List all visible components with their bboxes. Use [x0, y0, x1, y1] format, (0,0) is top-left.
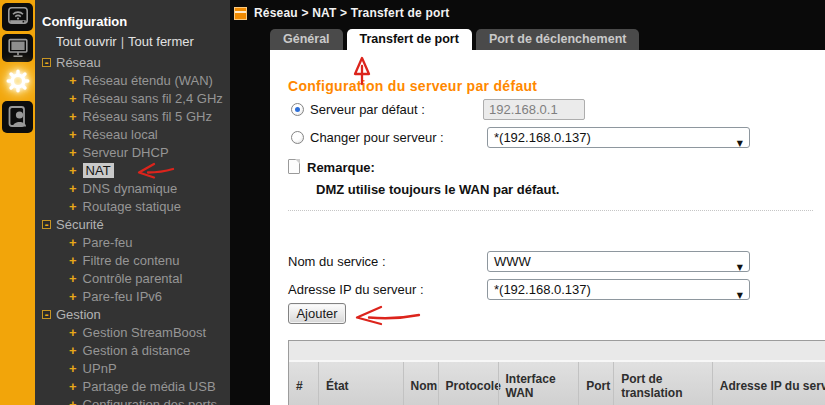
collapse-all-link[interactable]: Tout fermer	[128, 34, 194, 49]
col-protocole: Protocole	[438, 362, 498, 405]
col-nom: Nom	[403, 362, 438, 405]
change-server-label: Changer pour serveur :	[310, 127, 444, 148]
plus-icon	[69, 109, 77, 124]
sidebar-item-reseau-local[interactable]: Réseau local	[42, 126, 230, 144]
sidebar-item-pare-feu-ipv6[interactable]: Pare-feu IPv6	[42, 288, 230, 306]
plus-icon	[69, 361, 77, 376]
server-ip-select[interactable]: *(192.168.0.137)	[487, 279, 750, 300]
tab-general[interactable]: Général	[270, 29, 343, 50]
sidebar-item-reseau-sans-fil-5[interactable]: Réseau sans fil 5 GHz	[42, 108, 230, 126]
service-name-select[interactable]: WWW	[487, 251, 750, 272]
icon-rail	[0, 0, 35, 405]
sidebar-item-partage-media-usb[interactable]: Partage de média USB	[42, 378, 230, 396]
plus-icon	[69, 199, 77, 214]
col-interface-wan: Interface WAN	[498, 362, 579, 405]
add-button[interactable]: Ajouter	[288, 303, 346, 324]
change-server-value: *(192.168.0.137)	[494, 130, 591, 145]
wifi-router-icon[interactable]	[2, 3, 33, 31]
sidebar-item-upnp[interactable]: UPnP	[42, 360, 230, 378]
sidebar-item-serveur-dhcp[interactable]: Serveur DHCP	[42, 144, 230, 162]
collapse-icon[interactable]	[42, 58, 51, 67]
server-ip-value: *(192.168.0.137)	[494, 282, 591, 297]
tab-port-de-declenchement[interactable]: Port de déclenchement	[476, 29, 640, 50]
plus-icon	[69, 253, 77, 268]
collapse-icon[interactable]	[42, 310, 51, 319]
sidebar-group-reseau[interactable]: Réseau	[42, 54, 230, 72]
sidebar-group-label[interactable]: Réseau	[56, 55, 101, 70]
col-number: #	[289, 362, 318, 405]
sidebar-expand-collapse: Tout ouvrir|Tout fermer	[42, 34, 230, 54]
plus-icon	[69, 91, 77, 106]
change-server-select[interactable]: *(192.168.0.137)	[487, 127, 750, 148]
sidebar-item-gestion-streamboost[interactable]: Gestion StreamBoost	[42, 324, 230, 342]
service-name-label: Nom du service :	[288, 251, 386, 272]
col-port-de-translation: Port de translation	[613, 362, 712, 405]
sidebar-group-gestion[interactable]: Gestion	[42, 306, 230, 324]
sidebar-group-label[interactable]: Gestion	[56, 307, 101, 322]
plus-icon	[69, 343, 77, 358]
sidebar-title: Configuration	[42, 14, 230, 34]
table-header-row: # État Nom Protocole Interface WAN Port …	[289, 362, 825, 405]
sidebar-group-label[interactable]: Sécurité	[56, 217, 104, 232]
note-title: Remarque:	[307, 160, 375, 175]
section-heading: Configuration du serveur par défaut	[288, 78, 537, 94]
selected-item-nat[interactable]: NAT	[83, 163, 114, 178]
table-toolbar-band	[289, 341, 825, 362]
note-page-icon	[288, 159, 300, 174]
sidebar-item-reseau-etendu-wan[interactable]: Réseau étendu (WAN)	[42, 72, 230, 90]
sidebar-item-dns-dynamique[interactable]: DNS dynamique	[42, 180, 230, 198]
change-server-radio[interactable]	[291, 131, 304, 144]
plus-icon	[69, 325, 77, 340]
nat-tabs: Général Transfert de port Port de déclen…	[270, 29, 643, 50]
plus-icon	[69, 271, 77, 286]
tab-transfert-de-port[interactable]: Transfert de port	[347, 29, 472, 50]
plus-icon	[69, 289, 77, 304]
user-icon[interactable]	[2, 101, 33, 133]
server-ip-label: Adresse IP du serveur :	[288, 279, 424, 300]
dotted-divider	[288, 210, 813, 211]
sidebar-item-reseau-sans-fil-24[interactable]: Réseau sans fil 2,4 GHz	[42, 90, 230, 108]
plus-icon	[69, 181, 77, 196]
col-adresse-ip-du-serveur: Adresse IP du serveur	[712, 362, 825, 405]
breadcrumb: Réseau > NAT > Transfert de port	[254, 6, 450, 20]
window-icon	[234, 7, 247, 20]
link-separator: |	[117, 34, 128, 49]
sidebar-item-configuration-des-ports[interactable]: Configuration des ports	[42, 396, 230, 405]
service-name-value: WWW	[494, 254, 531, 269]
breadcrumb-bar: Réseau > NAT > Transfert de port	[230, 0, 825, 26]
plus-icon	[69, 73, 77, 88]
sidebar-item-controle-parental[interactable]: Contrôle parental	[42, 270, 230, 288]
plus-icon	[69, 145, 77, 160]
sidebar-group-securite[interactable]: Sécurité	[42, 216, 230, 234]
monitor-icon[interactable]	[2, 34, 33, 62]
collapse-icon[interactable]	[42, 220, 51, 229]
config-sidebar: Configuration Tout ouvrir|Tout fermer Ré…	[35, 0, 230, 405]
plus-icon	[69, 397, 77, 405]
note-text: DMZ utilise toujours le WAN par défaut.	[316, 182, 559, 197]
expand-all-link[interactable]: Tout ouvrir	[56, 34, 117, 49]
default-server-radio[interactable]	[291, 103, 304, 116]
plus-icon	[69, 127, 77, 142]
sidebar-item-gestion-a-distance[interactable]: Gestion à distance	[42, 342, 230, 360]
gear-icon[interactable]	[2, 63, 33, 99]
sidebar-item-nat[interactable]: NAT	[42, 162, 230, 180]
col-etat: État	[318, 362, 403, 405]
sidebar-item-pare-feu[interactable]: Pare-feu	[42, 234, 230, 252]
router-admin-page: Configuration Tout ouvrir|Tout fermer Ré…	[0, 0, 825, 405]
plus-icon	[69, 163, 77, 178]
default-server-label: Serveur par défaut :	[310, 99, 425, 120]
col-port: Port	[578, 362, 613, 405]
port-forwarding-table: # État Nom Protocole Interface WAN Port …	[288, 340, 825, 405]
sidebar-item-routage-statique[interactable]: Routage statique	[42, 198, 230, 216]
sidebar-item-filtre-de-contenu[interactable]: Filtre de contenu	[42, 252, 230, 270]
plus-icon	[69, 235, 77, 250]
default-server-ip-field	[483, 99, 585, 120]
port-forwarding-panel: Configuration du serveur par défaut Serv…	[270, 50, 825, 405]
plus-icon	[69, 379, 77, 394]
